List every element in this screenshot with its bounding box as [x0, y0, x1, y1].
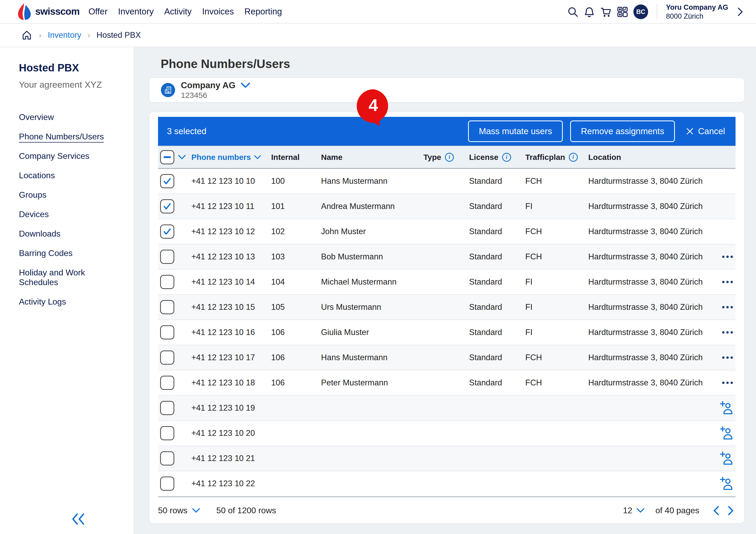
row-actions-menu-icon[interactable]: [722, 304, 733, 311]
row-checkbox[interactable]: [160, 376, 174, 390]
cell-phone-number: +41 12 123 10 17: [191, 353, 255, 362]
step-callout-number: 4: [356, 89, 390, 123]
selection-bar: 3 selected Mass mutate users Remove assi…: [158, 117, 736, 146]
previous-page-icon[interactable]: [711, 504, 721, 517]
table-row: +41 12 123 10 10 100 Hans Mustermann Sta…: [158, 169, 736, 194]
row-actions-menu-icon[interactable]: [722, 253, 733, 261]
account-switcher[interactable]: Yoru Company AG 8000 Zürich: [666, 3, 743, 21]
cell-phone-number: +41 12 123 10 15: [191, 303, 255, 312]
row-checkbox[interactable]: [160, 225, 174, 239]
page-title: Phone Numbers/Users: [161, 57, 744, 71]
row-checkbox[interactable]: [160, 275, 174, 289]
cell-internal-number: 104: [271, 277, 285, 287]
company-name: Company AG: [181, 80, 235, 90]
sidebar-collapse-icon[interactable]: [71, 513, 87, 527]
breadcrumb-separator: ›: [39, 31, 41, 40]
sidebar-item-company-services[interactable]: Company Services: [19, 151, 90, 161]
row-checkbox[interactable]: [160, 325, 174, 339]
sidebar-item-downloads[interactable]: Downloads: [19, 229, 60, 239]
mass-mutate-users-button[interactable]: Mass mutate users: [468, 120, 563, 142]
row-actions-menu-icon[interactable]: [722, 379, 733, 387]
row-checkbox[interactable]: [160, 426, 174, 440]
select-all-checkbox[interactable]: [160, 150, 174, 164]
cell-phone-number: +41 12 123 10 18: [191, 378, 255, 387]
row-checkbox[interactable]: [160, 300, 174, 314]
rows-per-page-select[interactable]: 50 rows: [158, 506, 200, 515]
sidebar-subtitle: Your agreement XYZ: [19, 80, 123, 90]
cell-license: Standard: [469, 227, 502, 236]
row-checkbox[interactable]: [160, 250, 174, 264]
row-checkbox[interactable]: [160, 451, 174, 466]
column-header-location: Location: [588, 153, 621, 162]
check-icon: [162, 201, 172, 211]
cell-location: Hardturmstrasse 3, 8040 Zürich: [588, 227, 703, 236]
cell-user-name: Andrea Mustermann: [321, 201, 395, 211]
page-number-select[interactable]: 12: [623, 506, 644, 515]
sidebar-item-holiday-work-schedules[interactable]: Holiday and Work Schedules: [19, 268, 123, 287]
sidebar-item-phone-numbers-users[interactable]: Phone Numbers/Users: [19, 132, 104, 142]
breadcrumb-inventory[interactable]: Inventory: [48, 31, 81, 40]
cancel-selection-button[interactable]: Cancel: [686, 126, 725, 136]
table-row: +41 12 123 10 21: [158, 446, 736, 471]
assign-user-icon[interactable]: [720, 401, 733, 415]
cell-location: Hardturmstrasse 3, 8040 Zürich: [588, 378, 703, 387]
nav-item-activity[interactable]: Activity: [164, 7, 192, 16]
cell-location: Hardturmstrasse 3, 8040 Zürich: [588, 353, 703, 362]
sidebar-item-locations[interactable]: Locations: [19, 171, 55, 180]
license-info-icon[interactable]: i: [502, 153, 511, 162]
nav-item-offer[interactable]: Offer: [89, 7, 108, 16]
user-avatar[interactable]: BC: [634, 5, 648, 19]
table-row: +41 12 123 10 16 106 Giulia Muster Stand…: [158, 320, 736, 345]
row-actions-menu-icon[interactable]: [722, 329, 733, 336]
cell-internal-number: 102: [271, 227, 285, 236]
row-checkbox[interactable]: [160, 351, 174, 365]
sidebar-item-groups[interactable]: Groups: [19, 190, 46, 200]
row-checkbox[interactable]: [160, 174, 174, 188]
cell-trafficplan: FCH: [525, 176, 542, 186]
remove-assignments-button[interactable]: Remove assignments: [570, 120, 675, 142]
chevron-right-icon: [738, 7, 743, 16]
column-header-trafficplan: Trafficplani: [525, 153, 578, 162]
row-actions-menu-icon[interactable]: [722, 278, 733, 286]
row-checkbox[interactable]: [160, 401, 174, 415]
row-checkbox[interactable]: [160, 476, 174, 491]
apps-grid-icon[interactable]: [616, 5, 629, 18]
home-icon[interactable]: [21, 29, 33, 41]
next-page-icon[interactable]: [726, 504, 736, 517]
main-content: Phone Numbers/Users Company AG 123456: [134, 47, 756, 534]
search-icon[interactable]: [566, 5, 579, 18]
assign-user-icon[interactable]: [720, 477, 733, 491]
cell-license: Standard: [469, 252, 502, 261]
chevron-down-icon: [192, 508, 200, 513]
row-actions-menu-icon[interactable]: [722, 354, 733, 361]
sidebar-item-activity-logs[interactable]: Activity Logs: [19, 297, 66, 307]
row-checkbox[interactable]: [160, 199, 174, 213]
cart-icon[interactable]: [599, 5, 612, 18]
breadcrumb-separator: ›: [88, 31, 90, 40]
table-row: +41 12 123 10 11 101 Andrea Mustermann S…: [158, 194, 736, 219]
column-header-phone-numbers[interactable]: Phone numbers: [191, 153, 261, 162]
table-row: +41 12 123 10 14 104 Michael Mustermann …: [158, 270, 736, 295]
trafficplan-info-icon[interactable]: i: [569, 153, 578, 162]
selection-count: 3 selected: [167, 126, 206, 136]
sidebar-item-overview[interactable]: Overview: [19, 112, 54, 122]
swisscom-lifeform-icon: [17, 3, 32, 20]
cell-phone-number: +41 12 123 10 10: [191, 176, 255, 186]
swisscom-logo[interactable]: swisscom: [17, 3, 80, 20]
top-navigation-bar: swisscom Offer Inventory Activity Invoic…: [0, 0, 756, 24]
selection-menu-chevron-icon[interactable]: [178, 155, 186, 160]
nav-item-reporting[interactable]: Reporting: [244, 7, 282, 16]
type-info-icon[interactable]: i: [445, 153, 454, 162]
assign-user-icon[interactable]: [720, 426, 733, 440]
sidebar-menu: Overview Phone Numbers/Users Company Ser…: [19, 112, 123, 307]
company-selector[interactable]: Company AG 123456: [149, 78, 744, 102]
check-icon: [162, 227, 172, 236]
sidebar-item-barring-codes[interactable]: Barring Codes: [19, 248, 73, 258]
notifications-bell-icon[interactable]: [583, 5, 596, 18]
sidebar-item-devices[interactable]: Devices: [19, 209, 49, 219]
assign-user-icon[interactable]: [720, 452, 733, 465]
column-header-name: Name: [321, 153, 342, 162]
nav-item-invoices[interactable]: Invoices: [202, 7, 234, 16]
cell-location: Hardturmstrasse 3, 8040 Zürich: [588, 201, 703, 211]
nav-item-inventory[interactable]: Inventory: [118, 7, 154, 16]
